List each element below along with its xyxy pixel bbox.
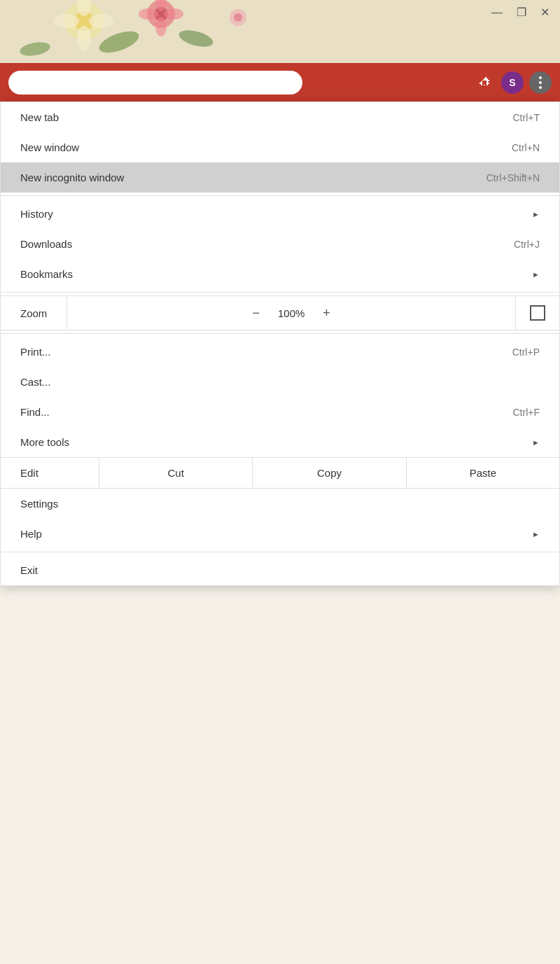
menu-item-bookmarks[interactable]: Bookmarks ► [1, 259, 559, 289]
svg-point-17 [234, 13, 242, 22]
menu-item-find-shortcut: Ctrl+F [513, 407, 540, 418]
dot1 [539, 76, 542, 79]
menu-item-find-label: Find... [20, 406, 50, 418]
bookmarks-arrow-icon: ► [532, 270, 540, 279]
fullscreen-button[interactable] [515, 296, 559, 330]
menu-item-settings-label: Settings [20, 498, 58, 510]
menu-item-new-incognito[interactable]: New incognito window Ctrl+Shift+N [1, 162, 559, 193]
menu-item-downloads-label: Downloads [20, 238, 72, 250]
zoom-label: Zoom [1, 296, 66, 330]
menu-item-print-shortcut: Ctrl+P [512, 347, 540, 358]
close-button[interactable]: ✕ [540, 6, 550, 19]
menu-item-help[interactable]: Help ► [1, 519, 559, 549]
svg-point-4 [77, 26, 91, 51]
menu-item-history[interactable]: History ► [1, 199, 559, 229]
zoom-minus-button[interactable]: − [246, 306, 265, 321]
menu-item-cast[interactable]: Cast... [1, 367, 559, 397]
menu-item-history-label: History [20, 208, 53, 220]
copy-button[interactable]: Copy [252, 458, 405, 488]
menu-item-new-window-label: New window [20, 141, 79, 153]
zoom-controls: − 100% + [66, 296, 515, 330]
more-tools-arrow-icon: ► [532, 438, 540, 447]
avatar-label: S [509, 77, 515, 88]
menu-item-cast-label: Cast... [20, 376, 50, 388]
menu-item-print[interactable]: Print... Ctrl+P [1, 337, 559, 367]
divider-2 [1, 292, 559, 293]
divider-3 [1, 333, 559, 334]
menu-item-bookmarks-label: Bookmarks [20, 268, 73, 280]
svg-point-6 [89, 14, 114, 28]
menu-item-more-tools[interactable]: More tools ► [1, 427, 559, 457]
dot3 [539, 86, 542, 89]
avatar-button[interactable]: S [501, 71, 524, 94]
svg-point-10 [155, 17, 167, 36]
omnibox[interactable] [8, 71, 302, 95]
menu-item-new-incognito-shortcut: Ctrl+Shift+N [486, 172, 540, 183]
menu-item-downloads[interactable]: Downloads Ctrl+J [1, 229, 559, 259]
menu-item-find[interactable]: Find... Ctrl+F [1, 397, 559, 427]
menu-item-settings[interactable]: Settings [1, 489, 559, 519]
cut-button[interactable]: Cut [99, 458, 252, 488]
svg-point-12 [164, 8, 183, 20]
menu-item-exit[interactable]: Exit [1, 555, 559, 585]
divider-4 [1, 552, 559, 552]
chrome-menu-button[interactable] [529, 71, 552, 94]
divider-1 [1, 195, 559, 196]
zoom-row: Zoom − 100% + [1, 295, 559, 330]
window-controls: — ❐ ✕ [491, 6, 550, 19]
menu-item-new-tab[interactable]: New tab Ctrl+T [1, 102, 559, 132]
zoom-value: 100% [278, 307, 304, 319]
menu-item-new-window-shortcut: Ctrl+N [512, 142, 540, 153]
menu-item-help-label: Help [20, 528, 42, 540]
extensions-icon[interactable] [473, 71, 496, 94]
toolbar-icons: S [473, 71, 552, 94]
chrome-dropdown-menu: New tab Ctrl+T New window Ctrl+N New inc… [0, 102, 560, 586]
menu-item-new-tab-shortcut: Ctrl+T [513, 112, 540, 123]
minimize-button[interactable]: — [491, 6, 503, 19]
edit-row: Edit Cut Copy Paste [1, 457, 559, 489]
history-arrow-icon: ► [532, 210, 540, 218]
menu-item-more-tools-label: More tools [20, 436, 69, 448]
browser-toolbar: S [0, 63, 560, 102]
zoom-plus-button[interactable]: + [317, 306, 336, 321]
edit-label: Edit [1, 458, 99, 488]
menu-item-new-tab-label: New tab [20, 111, 59, 123]
menu-item-exit-label: Exit [20, 564, 38, 576]
svg-rect-18 [482, 81, 486, 85]
menu-item-new-window[interactable]: New window Ctrl+N [1, 132, 559, 162]
fullscreen-icon [530, 305, 545, 321]
restore-button[interactable]: ❐ [517, 6, 526, 19]
menu-item-new-incognito-label: New incognito window [20, 172, 124, 183]
svg-point-5 [54, 14, 79, 28]
help-arrow-icon: ► [532, 530, 540, 538]
dot2 [539, 81, 542, 84]
menu-item-downloads-shortcut: Ctrl+J [514, 239, 540, 250]
browser-header: — ❐ ✕ [0, 0, 560, 63]
menu-item-print-label: Print... [20, 346, 50, 358]
paste-button[interactable]: Paste [406, 458, 559, 488]
svg-point-11 [139, 8, 158, 20]
